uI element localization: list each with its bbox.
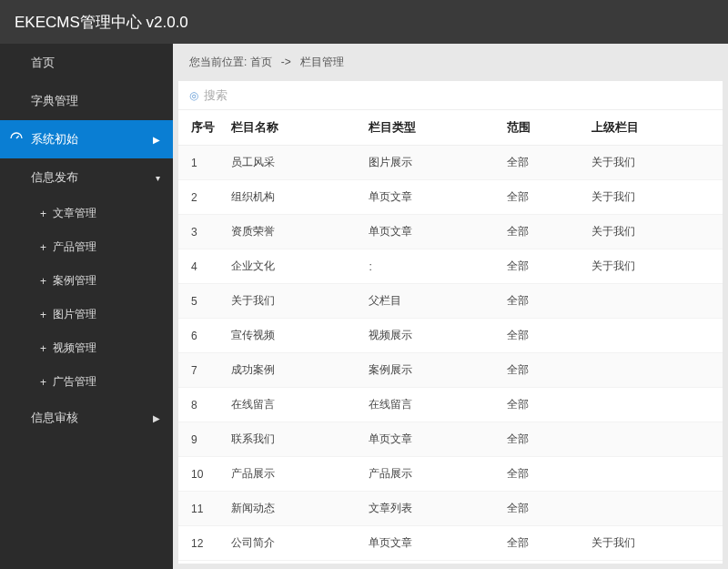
cell-parent (584, 353, 723, 388)
table-row[interactable]: 11新闻动态文章列表全部 (178, 492, 723, 526)
content-area: 您当前位置: 首页 -> 栏目管理 ◎ 序号 栏目名称 栏目类型 范围 (173, 44, 728, 569)
sidebar-item-label: 文章管理 (53, 206, 96, 221)
sidebar-item-ad[interactable]: + 广告管理 (27, 365, 173, 399)
cell-scope: 全部 (500, 422, 585, 457)
cell-parent (584, 422, 723, 457)
cell-scope: 全部 (500, 215, 585, 249)
table-row[interactable]: 1员工风采图片展示全部关于我们 (178, 146, 723, 180)
table-row[interactable]: 8在线留言在线留言全部 (178, 388, 723, 422)
table-row[interactable]: 6宣传视频视频展示全部 (178, 319, 723, 353)
breadcrumb-home[interactable]: 首页 (250, 56, 272, 68)
cell-idx: 5 (178, 284, 224, 319)
th-parent[interactable]: 上级栏目 (584, 110, 723, 146)
sidebar-item-label: 图片管理 (53, 307, 96, 322)
cell-name: 员工风采 (224, 146, 361, 180)
cell-type: 单页文章 (361, 180, 499, 215)
cell-idx: 7 (178, 353, 224, 388)
sidebar-item-video[interactable]: + 视频管理 (27, 331, 173, 365)
cell-parent: 关于我们 (584, 215, 723, 249)
cell-type: 单页文章 (361, 215, 499, 249)
panel: ◎ 序号 栏目名称 栏目类型 范围 上级栏目 1员工风采图片展示全部关于我们2组 (178, 81, 723, 564)
table-row[interactable]: 12公司简介单页文章全部关于我们 (178, 526, 723, 561)
sidebar-item-label: 信息发布 (31, 169, 78, 186)
breadcrumb-prefix: 您当前位置: (189, 56, 247, 68)
cell-idx: 10 (178, 457, 224, 492)
cell-parent (584, 319, 723, 353)
table-row[interactable]: 3资质荣誉单页文章全部关于我们 (178, 215, 723, 249)
search-bar: ◎ (178, 81, 723, 110)
breadcrumb-sep: -> (281, 56, 291, 68)
sidebar-item-dict[interactable]: 字典管理 (0, 82, 173, 120)
column-table: 序号 栏目名称 栏目类型 范围 上级栏目 1员工风采图片展示全部关于我们2组织机… (178, 110, 723, 561)
cell-type: 文章列表 (361, 492, 499, 526)
cell-idx: 11 (178, 492, 224, 526)
sidebar-item-home[interactable]: 首页 (0, 44, 173, 82)
sidebar-item-image[interactable]: + 图片管理 (27, 298, 173, 331)
app-header: EKECMS管理中心 v2.0.0 (0, 0, 728, 44)
cell-idx: 1 (178, 146, 224, 180)
table-row[interactable]: 10产品展示产品展示全部 (178, 457, 723, 492)
breadcrumb: 您当前位置: 首页 -> 栏目管理 (173, 44, 728, 81)
th-type[interactable]: 栏目类型 (361, 110, 499, 146)
table-row[interactable]: 2组织机构单页文章全部关于我们 (178, 180, 723, 215)
cell-scope: 全部 (500, 388, 585, 422)
cell-name: 产品展示 (224, 457, 361, 492)
sidebar-item-label: 首页 (31, 55, 55, 71)
cell-parent (584, 492, 723, 526)
th-idx[interactable]: 序号 (178, 110, 224, 146)
cell-type: 父栏目 (361, 284, 499, 319)
cell-scope: 全部 (500, 526, 585, 561)
cell-type: 视频展示 (361, 319, 499, 353)
cell-scope: 全部 (500, 353, 585, 388)
search-icon[interactable]: ◎ (189, 89, 198, 102)
cell-type: 产品展示 (361, 457, 499, 492)
sidebar-submenu: + 文章管理 + 产品管理 + 案例管理 + 图片管理 + 视频管理 + 广告管… (0, 197, 173, 399)
cell-type: 在线留言 (361, 388, 499, 422)
sidebar-item-product[interactable]: + 产品管理 (27, 230, 173, 264)
cell-scope: 全部 (500, 146, 585, 180)
cell-idx: 12 (178, 526, 224, 561)
cell-scope: 全部 (500, 492, 585, 526)
cell-type: 单页文章 (361, 526, 499, 561)
cell-scope: 全部 (500, 319, 585, 353)
table-row[interactable]: 5关于我们父栏目全部 (178, 284, 723, 319)
cell-scope: 全部 (500, 180, 585, 215)
sidebar-item-info-audit[interactable]: 信息审核 ▶ (0, 399, 173, 437)
cell-idx: 2 (178, 180, 224, 215)
sidebar-item-label: 视频管理 (53, 340, 96, 356)
cell-name: 在线留言 (224, 388, 361, 422)
cell-type: 图片展示 (361, 146, 499, 180)
sidebar-item-case[interactable]: + 案例管理 (27, 264, 173, 298)
search-input[interactable] (204, 88, 386, 102)
cell-idx: 8 (178, 388, 224, 422)
sidebar-item-system-init[interactable]: 系统初始 ▶ (0, 120, 173, 158)
sidebar-item-article[interactable]: + 文章管理 (27, 197, 173, 230)
sidebar-item-info-publish[interactable]: 信息发布 ▾ (0, 158, 173, 197)
svg-line-0 (16, 136, 19, 138)
cell-parent (584, 457, 723, 492)
table-row[interactable]: 7成功案例案例展示全部 (178, 353, 723, 388)
table-row[interactable]: 4企业文化:全部关于我们 (178, 249, 723, 284)
cell-idx: 3 (178, 215, 224, 249)
app-title: EKECMS管理中心 v2.0.0 (15, 12, 188, 33)
cell-name: 资质荣誉 (224, 215, 361, 249)
cell-parent (584, 284, 723, 319)
chevron-right-icon: ▶ (153, 135, 160, 145)
cell-scope: 全部 (500, 457, 585, 492)
cell-type: 单页文章 (361, 422, 499, 457)
main-layout: 首页 字典管理 系统初始 ▶ 信息发布 ▾ + 文章管理 + 产品管理 + 案例… (0, 44, 728, 569)
th-name[interactable]: 栏目名称 (224, 110, 361, 146)
sidebar-item-label: 广告管理 (53, 374, 96, 390)
cell-idx: 9 (178, 422, 224, 457)
table-wrap[interactable]: 序号 栏目名称 栏目类型 范围 上级栏目 1员工风采图片展示全部关于我们2组织机… (178, 110, 723, 564)
cell-parent (584, 388, 723, 422)
cell-name: 关于我们 (224, 284, 361, 319)
cell-parent: 关于我们 (584, 146, 723, 180)
sidebar-item-label: 案例管理 (53, 273, 96, 289)
cell-name: 新闻动态 (224, 492, 361, 526)
cell-parent: 关于我们 (584, 526, 723, 561)
table-row[interactable]: 9联系我们单页文章全部 (178, 422, 723, 457)
cell-scope: 全部 (500, 284, 585, 319)
cell-name: 宣传视频 (224, 319, 361, 353)
th-scope[interactable]: 范围 (500, 110, 585, 146)
